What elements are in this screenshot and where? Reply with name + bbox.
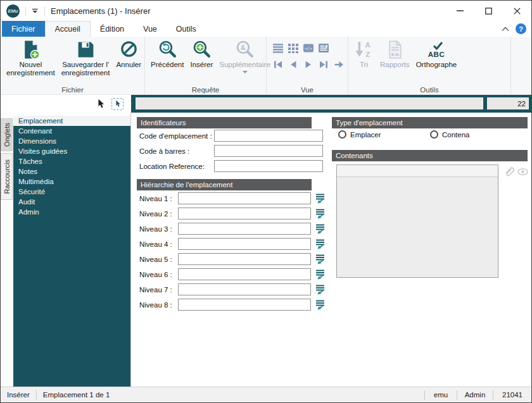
minimize-button[interactable] xyxy=(446,1,474,21)
ribbon-group-fichier: Nouvel enregistrement Sauvegarder l' enr… xyxy=(1,37,145,94)
insert-button[interactable]: Insérer xyxy=(187,39,216,69)
sidebar-item-multimedia[interactable]: Multimédia xyxy=(13,177,130,187)
sidebar-item-securite[interactable]: Sécurité xyxy=(13,187,130,197)
niveau-6-label: Niveau 6 : xyxy=(139,271,172,278)
select-pointer-icon[interactable] xyxy=(96,99,106,109)
sidebar-item-admin[interactable]: Admin xyxy=(13,207,130,217)
sidebar-tab-onglets[interactable]: Onglets xyxy=(1,118,13,151)
radio-circle-icon xyxy=(338,130,346,139)
divider xyxy=(25,6,26,16)
niveau-1-label: Niveau 1 : xyxy=(139,195,172,202)
new-record-button[interactable]: Nouvel enregistrement xyxy=(3,39,58,77)
record-summary-bar: 22 xyxy=(131,95,531,113)
code-view-icon[interactable]: </> xyxy=(303,43,314,53)
niveau-1-lookup-icon[interactable] xyxy=(315,193,326,204)
status-session-code: 21041 xyxy=(493,391,531,399)
close-button[interactable] xyxy=(503,1,531,21)
dropdown-arrow-icon xyxy=(243,71,248,73)
view-eye-icon[interactable] xyxy=(517,168,528,178)
first-record-icon[interactable] xyxy=(273,59,283,70)
niveau-2-lookup-icon[interactable] xyxy=(315,208,326,219)
radio-contenant[interactable]: Contena xyxy=(430,130,469,139)
spellcheck-button[interactable]: ABC Orthographe xyxy=(413,39,460,69)
sort-button[interactable]: A Z Tri xyxy=(351,39,377,69)
sidebar-item-contenant[interactable]: Contenant xyxy=(13,126,130,136)
list-view-icon[interactable] xyxy=(273,43,283,53)
grid-view-icon[interactable] xyxy=(288,43,298,53)
save-record-button[interactable]: Sauvegarder l' enregistrement xyxy=(58,39,113,77)
niveau-2-input[interactable] xyxy=(178,208,311,220)
code-emplacement-input[interactable] xyxy=(214,130,323,142)
collapse-ribbon-icon[interactable] xyxy=(502,27,509,32)
tab-fichier[interactable]: Fichier xyxy=(2,21,45,37)
ribbon-group-outils: A Z Tri Rapports ABC xyxy=(348,37,511,94)
niveau-6-input[interactable] xyxy=(178,268,311,280)
cancel-button[interactable]: Annuler xyxy=(113,39,144,69)
details-view-icon[interactable] xyxy=(319,43,329,53)
svg-text:A: A xyxy=(365,41,370,49)
svg-text:</>: </> xyxy=(305,46,312,51)
niveau-8-label: Niveau 8 : xyxy=(139,301,172,309)
sidebar-item-taches[interactable]: Tâches xyxy=(13,156,130,166)
location-reference-input[interactable] xyxy=(214,160,323,172)
last-record-icon[interactable] xyxy=(319,59,329,70)
additional-query-button[interactable]: & Supplémentaire xyxy=(216,39,274,73)
previous-record-icon[interactable] xyxy=(288,59,298,70)
record-strip: 22 xyxy=(1,95,531,113)
tab-outils[interactable]: Outils xyxy=(167,21,206,37)
tab-accueil[interactable]: Accueil xyxy=(45,21,91,37)
niveau-1-input[interactable] xyxy=(178,192,311,204)
niveau-5-input[interactable] xyxy=(178,253,311,265)
tab-vue[interactable]: Vue xyxy=(134,21,167,37)
sidebar-item-visites-guidees[interactable]: Visites guidées xyxy=(13,146,130,156)
radio-emplacement[interactable]: Emplacer xyxy=(338,130,381,139)
emu-logo-icon[interactable]: EMu xyxy=(6,4,20,18)
sidebar-item-dimensions[interactable]: Dimensions xyxy=(13,136,130,146)
maximize-button[interactable] xyxy=(474,1,503,21)
contenants-list-header xyxy=(337,165,498,177)
niveau-3-input[interactable] xyxy=(178,223,311,235)
niveau-5-lookup-icon[interactable] xyxy=(315,254,326,264)
ribbon: Nouvel enregistrement Sauvegarder l' enr… xyxy=(1,37,531,95)
status-record-position: Emplacement 1 de 1 xyxy=(37,391,116,399)
svg-text:Z: Z xyxy=(365,51,370,58)
section-header-identificateurs: Identificateurs xyxy=(137,117,312,128)
sidebar-item-audit[interactable]: Audit xyxy=(13,197,130,207)
sidebar-item-emplacement[interactable]: Emplacement xyxy=(13,116,130,126)
contenants-list[interactable] xyxy=(336,164,498,278)
niveau-7-label: Niveau 7 : xyxy=(139,286,172,294)
record-count-field: 22 xyxy=(487,97,529,109)
niveau-6-lookup-icon[interactable] xyxy=(315,269,326,280)
niveau-7-lookup-icon[interactable] xyxy=(315,284,326,295)
svg-text:&: & xyxy=(241,44,246,51)
niveau-7-input[interactable] xyxy=(178,283,311,295)
window-title: Emplacements (1) - Insérer xyxy=(51,6,151,16)
niveau-8-lookup-icon[interactable] xyxy=(315,299,326,310)
tab-edition[interactable]: Édition xyxy=(91,21,134,37)
help-button[interactable]: ? xyxy=(516,23,526,34)
code-barres-label: Code à barres : xyxy=(139,147,189,155)
niveau-4-input[interactable] xyxy=(178,238,311,250)
ribbon-group-vue: </> Vue xyxy=(267,37,348,94)
section-header-hierarchie: Hiérarchie de l'emplacement xyxy=(137,179,312,190)
goto-record-icon[interactable] xyxy=(334,59,344,70)
next-record-icon[interactable] xyxy=(303,59,314,70)
niveau-4-lookup-icon[interactable] xyxy=(315,239,326,249)
group-label-vue: Vue xyxy=(267,86,348,94)
reports-icon xyxy=(385,40,405,59)
sidebar-tab-raccourcis[interactable]: Raccourcis xyxy=(1,153,13,200)
reports-button[interactable]: Rapports xyxy=(377,39,413,69)
niveau-8-input[interactable] xyxy=(178,299,311,311)
niveau-3-lookup-icon[interactable] xyxy=(315,223,326,234)
status-bar: Insérer Emplacement 1 de 1 emu Admin 210… xyxy=(1,387,531,402)
select-all-pointer-icon[interactable] xyxy=(111,98,124,110)
sidebar-item-notes[interactable]: Notes xyxy=(13,166,130,177)
attach-icon[interactable] xyxy=(504,166,516,180)
previous-query-icon xyxy=(158,40,177,59)
sidebar-tabstrip: Onglets Raccourcis xyxy=(1,113,13,387)
quick-access-dropdown-icon[interactable] xyxy=(32,8,39,14)
code-barres-input[interactable] xyxy=(214,145,323,157)
previous-query-button[interactable]: Précédent xyxy=(148,39,187,69)
additional-query-icon: & xyxy=(235,40,255,59)
code-emplacement-label: Code d'emplacement : xyxy=(139,132,212,140)
